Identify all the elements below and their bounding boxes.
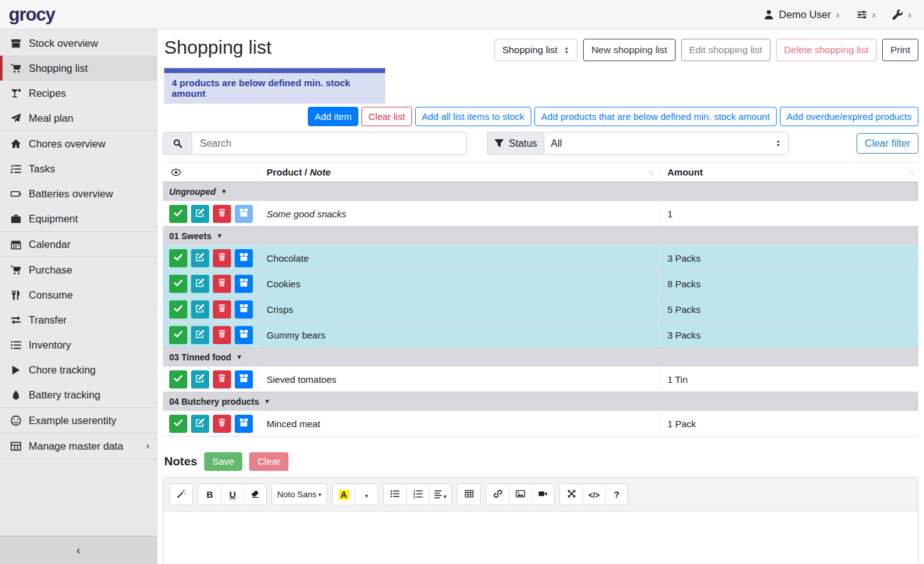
delete-trash-button[interactable] — [213, 300, 231, 319]
sidebar-item-consume[interactable]: Consume — [0, 282, 157, 307]
font-family-select[interactable]: Noto Sans▾ — [272, 484, 327, 505]
clear-list-button[interactable]: Clear list — [361, 107, 411, 126]
add-to-stock-box-button[interactable] — [235, 326, 253, 344]
link-button[interactable] — [486, 484, 509, 505]
notes-clear-button[interactable]: Clear — [249, 452, 288, 471]
edit-pencil-icon — [195, 418, 205, 429]
edit-pencil-button[interactable] — [191, 326, 209, 344]
add-to-stock-box-button[interactable] — [235, 249, 253, 267]
add-to-stock-box-button[interactable] — [235, 415, 253, 433]
underline-button[interactable]: U — [221, 484, 243, 505]
help-button[interactable]: ? — [605, 484, 627, 505]
fullscreen-button[interactable] — [560, 484, 582, 505]
bold-button[interactable]: B — [199, 484, 221, 505]
group-header-row-01-sweets[interactable]: 01 Sweets▼ — [163, 226, 918, 245]
sidebar-item-calendar[interactable]: Calendar — [0, 232, 157, 257]
ordered-list-button[interactable]: 123 — [406, 484, 429, 505]
font-color-button[interactable]: A — [333, 484, 355, 505]
utensils-icon — [9, 290, 22, 300]
magic-wand-button[interactable] — [170, 484, 192, 505]
editor-toolbar-group: A▾ — [332, 483, 378, 505]
sidebar-item-stock-overview[interactable]: Stock overview — [0, 31, 157, 56]
video-button[interactable] — [531, 484, 554, 505]
wrench-icon — [892, 9, 903, 20]
unordered-list-button[interactable] — [384, 484, 406, 505]
delete-trash-button[interactable] — [213, 205, 231, 223]
eraser-button[interactable] — [243, 484, 266, 505]
shopping-list-select[interactable]: Shopping list — [494, 39, 578, 61]
sidebar-item-example-userentity[interactable]: Example userentity — [0, 408, 157, 433]
edit-shopping-list-button[interactable]: Edit shopping list — [681, 39, 770, 61]
print-button[interactable]: Print — [882, 39, 918, 61]
done-check-button[interactable] — [169, 275, 187, 293]
column-visibility-eye-icon[interactable] — [163, 163, 258, 181]
edit-pencil-button[interactable] — [191, 415, 209, 433]
edit-pencil-button[interactable] — [191, 205, 209, 223]
notes-save-button[interactable]: Save — [204, 452, 242, 471]
sidebar-item-purchase[interactable]: Purchase — [0, 257, 157, 282]
color-caret-button[interactable]: ▾ — [355, 484, 378, 505]
edit-pencil-button[interactable] — [191, 370, 209, 388]
delete-trash-icon — [217, 329, 227, 340]
done-check-button[interactable] — [169, 326, 187, 344]
add-to-stock-box-button[interactable] — [235, 300, 253, 319]
sidebar-item-equipment[interactable]: Equipment — [0, 206, 157, 231]
app-logo[interactable]: grocy — [9, 4, 55, 25]
add-item-button[interactable]: Add item — [308, 107, 358, 126]
admin-menu[interactable]: › — [892, 9, 912, 20]
search-input[interactable] — [192, 132, 467, 155]
sidebar-item-inventory[interactable]: Inventory — [0, 332, 157, 357]
done-check-button[interactable] — [169, 300, 187, 319]
sidebar-collapse-button[interactable]: ‹ — [0, 536, 157, 564]
add-to-stock-box-button[interactable] — [235, 275, 253, 293]
sidebar-item-chore-tracking[interactable]: Chore tracking — [0, 357, 157, 382]
edit-pencil-button[interactable] — [191, 275, 209, 293]
amount-column-header[interactable]: Amount ↑↓ — [659, 163, 918, 181]
delete-trash-button[interactable] — [213, 249, 231, 267]
done-check-button[interactable] — [169, 205, 187, 223]
delete-shopping-list-button[interactable]: Delete shopping list — [776, 39, 877, 61]
paragraph-align-button[interactable]: ▾ — [429, 484, 452, 505]
delete-trash-button[interactable] — [213, 370, 231, 388]
group-header-row-03-tinned-food[interactable]: 03 Tinned food▼ — [163, 347, 918, 366]
done-check-button[interactable] — [169, 249, 187, 267]
notes-editor-textarea[interactable] — [164, 512, 918, 564]
status-filter-select[interactable]: All — [544, 132, 789, 155]
sidebar-item-battery-tracking[interactable]: Battery tracking — [0, 382, 157, 407]
sidebar-item-shopping-list[interactable]: Shopping list — [0, 56, 157, 81]
delete-trash-button[interactable] — [213, 415, 231, 433]
add-overdue-expired-button[interactable]: Add overdue/expired products — [780, 107, 918, 126]
delete-trash-button[interactable] — [213, 275, 231, 293]
picture-button[interactable] — [509, 484, 531, 505]
sidebar-item-meal-plan[interactable]: Meal plan — [0, 106, 157, 131]
edit-pencil-icon — [195, 278, 205, 289]
code-view-button[interactable]: </> — [582, 484, 605, 505]
add-to-stock-box-button[interactable] — [235, 370, 253, 388]
clear-filter-button[interactable]: Clear filter — [857, 133, 918, 154]
new-shopping-list-button[interactable]: New shopping list — [583, 39, 675, 61]
edit-pencil-button[interactable] — [191, 300, 209, 319]
min-stock-alert[interactable]: 4 products are below defined min. stock … — [164, 68, 385, 104]
delete-trash-button[interactable] — [213, 326, 231, 344]
product-column-header[interactable]: Product / Note ↑↓ — [258, 163, 659, 181]
sidebar-item-manage-master-data[interactable]: Manage master data› — [0, 433, 157, 458]
sidebar-item-tasks[interactable]: Tasks — [0, 156, 157, 181]
add-to-stock-box-button[interactable] — [235, 205, 253, 223]
done-check-icon — [174, 252, 183, 264]
table-grid-button[interactable] — [458, 484, 480, 505]
group-header-row-ungrouped[interactable]: Ungrouped▼ — [163, 182, 918, 200]
sidebar-item-transfer[interactable]: Transfer — [0, 307, 157, 332]
settings-menu[interactable]: › — [857, 9, 876, 20]
product-name: Chocolate — [267, 253, 309, 264]
add-all-items-to-stock-button[interactable]: Add all list items to stock — [415, 107, 531, 126]
sidebar-item-recipes[interactable]: Recipes — [0, 81, 157, 106]
add-below-min-stock-button[interactable]: Add products that are below defined min.… — [534, 107, 777, 126]
user-menu[interactable]: Demo User › — [764, 9, 840, 21]
edit-pencil-button[interactable] — [191, 249, 209, 267]
group-header-row-04-butchery-products[interactable]: 04 Butchery products▼ — [163, 392, 918, 410]
search-group — [163, 132, 467, 155]
done-check-button[interactable] — [169, 415, 187, 433]
sidebar-item-chores-overview[interactable]: Chores overview — [0, 131, 157, 156]
done-check-button[interactable] — [169, 370, 187, 388]
sidebar-item-batteries-overview[interactable]: Batteries overview — [0, 181, 157, 206]
